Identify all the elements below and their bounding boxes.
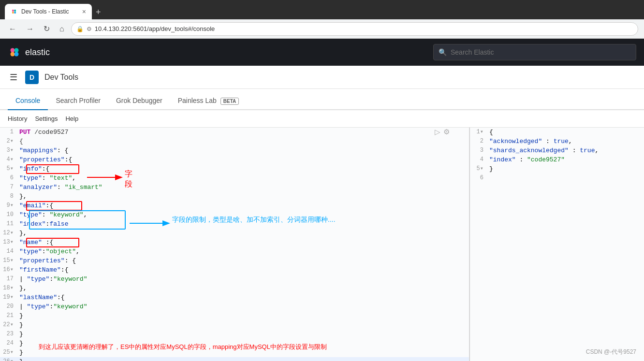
result-panel[interactable]: 1▾ { 2 "acknowledged" : true, 3 "shards_… xyxy=(470,128,644,361)
code-line-23: 23 } xyxy=(0,330,469,339)
browser-chrome: Dev Tools - Elastic × + xyxy=(0,0,644,19)
line-content-12: }, xyxy=(17,229,469,238)
line-content-9: "email":{ xyxy=(17,201,469,210)
line-content-13: "name" :{ xyxy=(17,238,469,247)
browser-nav: ← → ↻ ⌂ 🔒 ⚙ 10.4.130.220:5601/app/dev_to… xyxy=(0,19,644,39)
svg-point-5 xyxy=(15,48,19,53)
run-button[interactable]: ▷ xyxy=(435,128,440,136)
line-number-4: 4▾ xyxy=(0,155,17,164)
line-content-20: | "type":"keyword" xyxy=(17,302,469,311)
line-number-5: 5▾ xyxy=(0,164,17,173)
line-number-14: 14 xyxy=(0,247,17,256)
line-content-16: "firstName":{ xyxy=(17,265,469,274)
app-icon: D xyxy=(25,71,39,84)
code-line-8: 8 }, xyxy=(0,192,469,201)
tab-console[interactable]: Console xyxy=(8,92,48,110)
result-num-2: 2 xyxy=(470,137,487,146)
code-line-17: 17 | "type":"keyword" xyxy=(0,274,469,284)
line-number-7: 7 xyxy=(0,183,17,192)
code-line-26: 26▾ } xyxy=(0,357,469,361)
code-line-20: 20 | "type":"keyword" xyxy=(0,302,469,311)
code-line-2: 2▾ { xyxy=(0,137,469,146)
line-number-25: 25▾ xyxy=(0,348,17,357)
result-line-5: 5▾ } xyxy=(470,164,644,173)
result-line-4: 4 "index" : "code9527" xyxy=(470,155,644,164)
code-line-24: 24 } xyxy=(0,339,469,348)
line-number-22: 22▾ xyxy=(0,320,17,330)
code-line-22: 22▾ } xyxy=(0,320,469,330)
line-number-21: 21 xyxy=(0,311,17,320)
elastic-logo-icon xyxy=(8,45,21,59)
svg-point-3 xyxy=(14,12,16,14)
toolbar: History Settings Help xyxy=(0,110,644,128)
nav-back-button[interactable]: ← xyxy=(6,23,19,35)
line-number-9: 9▾ xyxy=(0,201,17,210)
line-content-11: "index":false xyxy=(17,219,469,229)
toolbar-settings[interactable]: Settings xyxy=(35,115,58,122)
tab-search-profiler[interactable]: Search Profiler xyxy=(48,92,108,110)
hamburger-menu-button[interactable]: ☰ xyxy=(8,70,19,85)
code-line-7: 7 "analyzer": "ik_smart" xyxy=(0,183,469,192)
line-actions: ▷ ⚙ xyxy=(435,128,469,136)
svg-point-0 xyxy=(12,10,14,12)
result-content-4: "index" : "code9527" xyxy=(487,155,644,164)
code-line-19: 19▾ "lastName":{ xyxy=(0,293,469,302)
nav-home-button[interactable]: ⌂ xyxy=(57,23,67,35)
line-content-15: "properties": { xyxy=(17,256,469,265)
line-content-17: | "type":"keyword" xyxy=(17,274,469,284)
line-number-13: 13▾ xyxy=(0,238,17,247)
line-number-17: 17 xyxy=(0,274,17,284)
code-area[interactable]: 1 PUT /code9527 ▷ ⚙ 2▾ { 3▾ "mappin xyxy=(0,128,469,361)
tab-title: Dev Tools - Elastic xyxy=(21,8,69,15)
editor-panel[interactable]: 1 PUT /code9527 ▷ ⚙ 2▾ { 3▾ "mappin xyxy=(0,128,469,361)
result-num-3: 3 xyxy=(470,146,487,155)
result-num-4: 4 xyxy=(470,155,487,164)
code-line-1: 1 PUT /code9527 ▷ ⚙ xyxy=(0,128,469,137)
app-title: Dev Tools xyxy=(44,73,78,82)
code-line-5: 5▾ "info":{ xyxy=(0,164,469,173)
line-content-1: PUT /code9527 xyxy=(17,128,435,137)
nav-refresh-button[interactable]: ↻ xyxy=(41,22,53,35)
toolbar-help[interactable]: Help xyxy=(65,115,78,122)
line-number-26: 26▾ xyxy=(0,357,17,361)
line-content-24: } xyxy=(17,339,469,348)
svg-point-6 xyxy=(11,52,15,57)
url-icon: ⚙ xyxy=(87,26,92,32)
svg-point-2 xyxy=(12,12,14,14)
browser-tabs: Dev Tools - Elastic × + xyxy=(5,0,105,19)
code-line-16: 16▾ "firstName":{ xyxy=(0,265,469,274)
line-content-26: } xyxy=(17,357,469,361)
svg-point-7 xyxy=(15,52,19,57)
line-number-2: 2▾ xyxy=(0,137,17,146)
code-line-3: 3▾ "mappings": { xyxy=(0,146,469,155)
tab-close-button[interactable]: × xyxy=(82,8,86,15)
tab-grok-debugger[interactable]: Grok Debugger xyxy=(108,92,170,110)
code-line-15: 15▾ "properties": { xyxy=(0,256,469,265)
line-content-25: } xyxy=(17,348,469,357)
address-bar[interactable]: 🔒 ⚙ 10.4.130.220:5601/app/dev_tools#/con… xyxy=(71,22,638,36)
toolbar-history[interactable]: History xyxy=(8,115,27,122)
nav-forward-button[interactable]: → xyxy=(23,23,37,35)
copy-button[interactable]: ⚙ xyxy=(443,128,450,136)
new-tab-button[interactable]: + xyxy=(92,5,105,19)
search-input[interactable] xyxy=(451,48,631,56)
line-content-7: "analyzer": "ik_smart" xyxy=(17,183,469,192)
lock-icon: 🔒 xyxy=(76,26,84,32)
line-number-23: 23 xyxy=(0,330,17,339)
result-content-3: "shards_acknowledged" : true, xyxy=(487,146,644,155)
result-line-3: 3 "shards_acknowledged" : true, xyxy=(470,146,644,155)
line-number-1: 1 xyxy=(0,128,17,137)
line-content-5: "info":{ xyxy=(17,164,469,173)
tab-painless-lab[interactable]: Painless Lab BETA xyxy=(170,92,247,110)
line-content-8: }, xyxy=(17,192,469,201)
elastic-header: elastic 🔍 xyxy=(0,39,644,66)
result-num-6: 6 xyxy=(470,173,487,183)
line-content-19: "lastName":{ xyxy=(17,293,469,302)
line-content-10: "type": "keyword", xyxy=(17,210,469,219)
line-number-3: 3▾ xyxy=(0,146,17,155)
active-tab[interactable]: Dev Tools - Elastic × xyxy=(5,4,92,19)
code-line-4: 4▾ "properties":{ xyxy=(0,155,469,164)
search-icon: 🔍 xyxy=(439,48,447,56)
line-number-8: 8 xyxy=(0,192,17,201)
elastic-search-bar[interactable]: 🔍 xyxy=(433,44,636,60)
